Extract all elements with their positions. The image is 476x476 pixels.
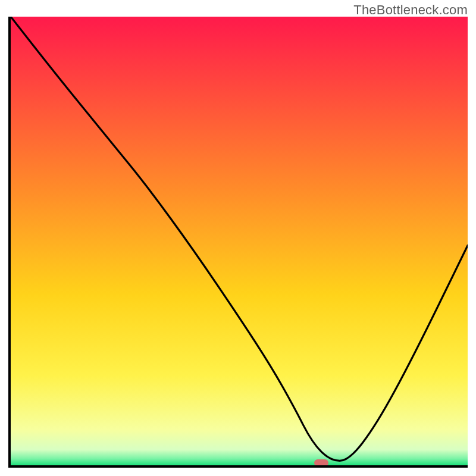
optimum-marker: [314, 459, 328, 466]
plot-svg: [11, 17, 468, 465]
chart-container: TheBottleneck.com: [0, 0, 476, 476]
gradient-background: [11, 17, 468, 465]
plot-frame: [8, 17, 468, 468]
plot-inner: [11, 17, 468, 465]
watermark-text: TheBottleneck.com: [353, 2, 468, 18]
